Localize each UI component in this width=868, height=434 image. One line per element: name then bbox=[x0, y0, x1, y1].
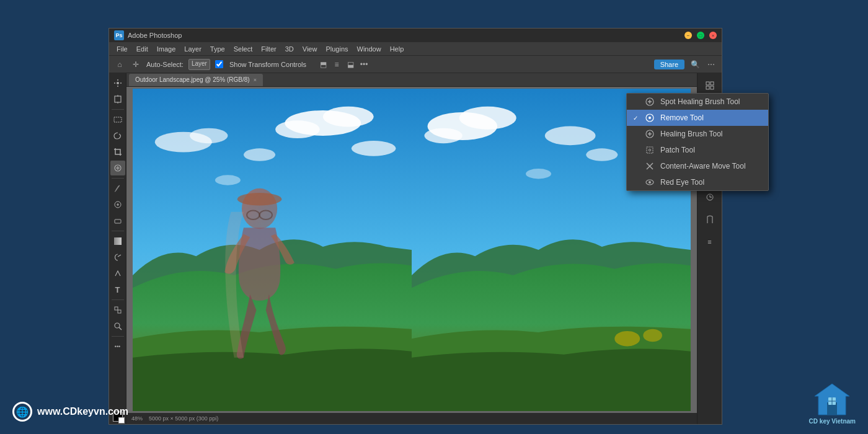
share-button[interactable]: Share bbox=[654, 60, 684, 69]
ctx-label-healing-brush: Healing Brush Tool bbox=[660, 130, 723, 138]
align-left-icon[interactable]: ⬒ bbox=[317, 59, 329, 70]
svg-point-36 bbox=[526, 169, 551, 179]
svg-line-15 bbox=[119, 327, 122, 330]
menu-item-view[interactable]: View bbox=[299, 44, 321, 54]
zoom-level: 48% bbox=[131, 415, 143, 422]
ctx-label-spot-healing: Spot Healing Brush Tool bbox=[660, 97, 740, 106]
watermark: 🌐 www.CDkeyvn.com bbox=[12, 402, 128, 422]
tab-bar: Outdoor Landscape.jpeg @ 25% (RGB/8) × bbox=[126, 73, 697, 87]
ctx-icon-remove-tool bbox=[644, 112, 655, 123]
svg-point-32 bbox=[424, 128, 462, 144]
svg-rect-4 bbox=[114, 117, 122, 122]
close-button[interactable]: × bbox=[709, 32, 717, 39]
svg-line-11 bbox=[118, 255, 121, 257]
title-bar-text: Adobe Photoshop bbox=[128, 32, 182, 39]
document-tab[interactable]: Outdoor Landscape.jpeg @ 25% (RGB/8) × bbox=[129, 74, 263, 86]
healing-tool-btn[interactable] bbox=[110, 161, 125, 175]
menu-item-help[interactable]: Help bbox=[386, 44, 408, 54]
shape-tool-btn[interactable] bbox=[110, 303, 125, 317]
canvas-wrapper bbox=[126, 87, 697, 413]
libraries-panel-btn[interactable] bbox=[700, 210, 720, 229]
more-icon[interactable]: ••• bbox=[358, 59, 370, 70]
svg-rect-10 bbox=[114, 237, 122, 245]
menu-item-edit[interactable]: Edit bbox=[133, 44, 152, 54]
minimize-button[interactable]: − bbox=[684, 32, 692, 39]
svg-point-26 bbox=[237, 193, 282, 205]
menu-item-layer[interactable]: Layer bbox=[180, 44, 205, 54]
ctx-item-red-eye[interactable]: Red Eye Tool bbox=[627, 174, 768, 190]
toolbar-separator-3 bbox=[112, 231, 124, 231]
ctx-label-remove-tool: Remove Tool bbox=[660, 113, 704, 122]
move-icon[interactable]: ✛ bbox=[130, 59, 141, 70]
ctx-label-red-eye: Red Eye Tool bbox=[660, 178, 704, 187]
layer-dropdown[interactable]: Layer bbox=[188, 59, 210, 70]
svg-rect-41 bbox=[706, 86, 709, 89]
ctx-item-patch-tool[interactable]: Patch Tool bbox=[627, 142, 768, 158]
options-bar: ⌂ ✛ Auto-Select: Layer Show Transform Co… bbox=[109, 56, 722, 73]
move-tool-btn[interactable] bbox=[110, 76, 125, 91]
ctx-item-healing-brush[interactable]: Healing Brush Tool bbox=[627, 126, 768, 142]
svg-point-18 bbox=[323, 107, 374, 127]
menu-item-file[interactable]: File bbox=[113, 44, 131, 54]
crop-tool-btn[interactable] bbox=[110, 144, 125, 159]
more-panels-btn[interactable]: ≡ bbox=[700, 232, 720, 252]
menu-item-select[interactable]: Select bbox=[230, 44, 257, 54]
cdkey-logo: CD key Vietnam bbox=[809, 383, 856, 425]
marquee-tool-btn[interactable] bbox=[110, 112, 125, 127]
canvas-image bbox=[133, 89, 691, 411]
menu-item-window[interactable]: Window bbox=[353, 44, 385, 54]
zoom-tool-btn[interactable] bbox=[110, 319, 125, 334]
maximize-button[interactable]: □ bbox=[697, 32, 704, 39]
ctx-item-content-aware[interactable]: Content-Aware Move Tool bbox=[627, 158, 768, 174]
align-right-icon[interactable]: ⬓ bbox=[345, 59, 356, 70]
align-center-icon[interactable]: ≡ bbox=[331, 59, 342, 70]
ctx-icon-patch-tool bbox=[644, 144, 655, 156]
clone-tool-btn[interactable] bbox=[110, 197, 125, 212]
svg-point-21 bbox=[190, 128, 228, 144]
left-toolbar: T ••• bbox=[109, 73, 126, 424]
menu-item-plugins[interactable]: Plugins bbox=[322, 44, 352, 54]
menu-item-filter[interactable]: Filter bbox=[257, 44, 280, 54]
search-icon[interactable]: 🔍 bbox=[689, 59, 701, 70]
canvas-left bbox=[133, 89, 412, 411]
title-bar: Ps Adobe Photoshop − □ × bbox=[109, 29, 722, 42]
svg-rect-40 bbox=[711, 82, 714, 85]
canvas-area: Outdoor Landscape.jpeg @ 25% (RGB/8) × bbox=[126, 73, 697, 424]
lasso-tool-btn[interactable] bbox=[110, 128, 125, 143]
text-tool-btn[interactable]: T bbox=[110, 282, 125, 297]
ctx-item-remove-tool[interactable]: ✓Remove Tool bbox=[627, 110, 768, 126]
svg-point-38 bbox=[643, 329, 662, 342]
pen-tool-btn[interactable] bbox=[110, 266, 125, 281]
show-transform-label: Show Transform Controls bbox=[229, 61, 306, 68]
svg-point-59 bbox=[649, 117, 651, 119]
globe-icon: 🌐 bbox=[12, 402, 32, 422]
svg-rect-1 bbox=[115, 96, 121, 102]
svg-rect-42 bbox=[711, 86, 714, 89]
svg-point-31 bbox=[459, 107, 516, 130]
ctx-label-content-aware: Content-Aware Move Tool bbox=[660, 162, 746, 170]
svg-point-23 bbox=[352, 141, 396, 156]
doc-tab-close[interactable]: × bbox=[254, 77, 257, 83]
toolbar-separator-5 bbox=[112, 336, 124, 337]
svg-point-24 bbox=[215, 175, 241, 185]
ctx-item-spot-healing[interactable]: Spot Healing Brush Tool bbox=[627, 94, 768, 110]
title-bar-controls: − □ × bbox=[684, 32, 717, 39]
gradient-tool-btn[interactable] bbox=[110, 234, 125, 249]
svg-rect-12 bbox=[115, 307, 118, 310]
menu-item-image[interactable]: Image bbox=[153, 44, 180, 54]
more-tools-btn[interactable]: ••• bbox=[110, 339, 125, 354]
title-bar-left: Ps Adobe Photoshop bbox=[114, 30, 182, 40]
eraser-tool-btn[interactable] bbox=[110, 213, 125, 228]
brush-tool-btn[interactable] bbox=[110, 181, 125, 196]
ctx-check-remove-tool: ✓ bbox=[633, 115, 639, 122]
artboard-tool-btn[interactable] bbox=[110, 92, 125, 107]
show-transform-checkbox[interactable] bbox=[215, 60, 223, 68]
menu-item-type[interactable]: Type bbox=[206, 44, 229, 54]
menu-bar: FileEditImageLayerTypeSelectFilter3DView… bbox=[109, 42, 722, 56]
more-options-icon[interactable]: ⋯ bbox=[706, 59, 717, 70]
home-icon[interactable]: ⌂ bbox=[114, 59, 125, 70]
toolbar-separator-1 bbox=[112, 109, 124, 110]
dodge-tool-btn[interactable] bbox=[110, 250, 125, 265]
context-menu: Spot Healing Brush Tool✓Remove ToolHeali… bbox=[626, 93, 769, 191]
menu-item-3d[interactable]: 3D bbox=[281, 44, 298, 54]
